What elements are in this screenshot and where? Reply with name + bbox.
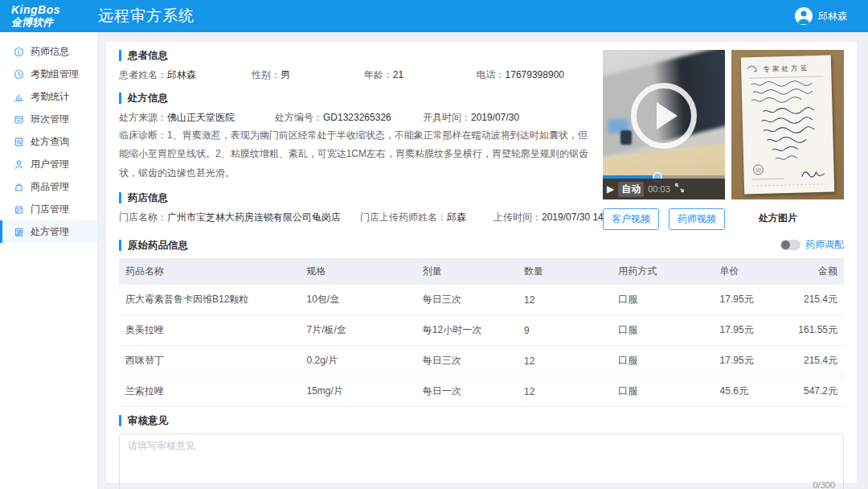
sidebar-item-label: 用户管理: [31, 158, 69, 171]
table-row: 兰索拉唑 15mg/片 每日一次 12 口服 45.6元 547.2元: [119, 376, 844, 407]
cell-qty: 9: [518, 315, 612, 346]
customer-video-button[interactable]: 客户视频: [603, 208, 659, 230]
gender-value: 男: [280, 69, 290, 80]
col-qty: 数量: [518, 258, 612, 285]
cell-qty: 12: [518, 346, 612, 376]
doc-search-icon: [14, 137, 24, 147]
patient-fields: 患者姓名：邱林森 性别：男 年龄：21 电话：17679398900: [119, 68, 592, 82]
customer-video-player[interactable]: ▶ 自动 00:03: [603, 50, 725, 199]
prescription-photo[interactable]: 专家处方笺: [731, 50, 844, 199]
cell-amount: 161.55元: [779, 315, 844, 346]
play-control-icon[interactable]: ▶: [607, 183, 614, 195]
patient-name-label: 患者姓名：: [119, 69, 167, 80]
col-usage: 用药方式: [612, 258, 713, 285]
age-value: 21: [393, 69, 403, 80]
info-icon: [14, 47, 24, 57]
diagnosis-text: 1、胃窦激惹，表现为幽门前区经常处于半收缩状态，不能象正常那样在蠕动波将到达时如…: [119, 129, 588, 179]
cell-amount: 547.2元: [779, 376, 844, 407]
prescription-image-caption: 处方图片: [722, 212, 834, 225]
calendar-icon: [14, 114, 24, 125]
cell-qty: 12: [518, 285, 612, 315]
review-comment-box: 0/300: [119, 434, 844, 489]
sidebar-item-label: 考勤统计: [31, 90, 69, 104]
cell-drug-name: 庆大霉素普鲁卡因维B12颗粒: [119, 285, 301, 315]
cell-drug-name: 奥美拉唑: [119, 315, 301, 346]
sidebar-item-attendance-group[interactable]: 考勤组管理: [0, 63, 97, 85]
brand-logo-line1: KingBos: [11, 4, 87, 16]
drugs-table: 药品名称 规格 剂量 数量 用药方式 单价 金额 庆大霉素普鲁卡因维B12颗粒 …: [119, 258, 844, 407]
rx-date-value: 2019/07/30: [471, 112, 519, 123]
sidebar-item-pharmacist-info[interactable]: 药师信息: [0, 40, 97, 63]
cell-dose: 每日一次: [416, 376, 518, 407]
upload-time-label: 上传时间：: [493, 212, 542, 223]
video-controls: ▶ 自动 00:03: [603, 179, 725, 199]
upload-pharmacist-label: 门店上传药师姓名：: [360, 212, 447, 223]
cell-unit-price: 17.95元: [714, 315, 779, 346]
clock-icon: [14, 69, 24, 80]
clinical-diagnosis: 临床诊断：1、胃窦激惹，表现为幽门前区经常处于半收缩状态，不能象正常那样在蠕动波…: [119, 126, 592, 183]
cell-unit-price: 17.95元: [714, 346, 779, 376]
pharmacist-video-button[interactable]: 药师视频: [669, 208, 725, 230]
gender-label: 性别：: [252, 69, 280, 80]
cell-spec: 7片/板/盒: [301, 315, 416, 346]
sidebar-item-label: 药师信息: [31, 45, 69, 59]
rx-source-value: 佛山正天堂医院: [167, 112, 235, 123]
sidebar-item-user-mgmt[interactable]: 用户管理: [0, 153, 97, 175]
rx-source-label: 处方来源：: [119, 112, 167, 123]
paper-title-text: 专家处方笺: [763, 64, 809, 73]
store-icon: [14, 204, 24, 215]
rx-number-label: 处方编号：: [275, 112, 323, 123]
fullscreen-icon[interactable]: [674, 183, 685, 195]
cell-usage: 口服: [612, 376, 713, 407]
review-section-title: 审核意见: [119, 415, 844, 426]
cell-drug-name: 西咪替丁: [119, 346, 301, 376]
video-time: 00:03: [648, 184, 670, 194]
user-name: 邱林森: [818, 10, 847, 23]
auto-quality-badge[interactable]: 自动: [618, 182, 644, 197]
sidebar-item-product-mgmt[interactable]: 商品管理: [0, 175, 97, 198]
col-unit-price: 单价: [714, 258, 779, 285]
cell-unit-price: 45.6元: [714, 376, 779, 407]
sidebar-item-store-mgmt[interactable]: 门店管理: [0, 198, 97, 220]
cell-dose: 每12小时一次: [416, 315, 518, 346]
rx-number-value: GD1323265326: [323, 112, 391, 123]
sidebar-item-prescription-query[interactable]: 处方查询: [0, 130, 97, 153]
cell-usage: 口服: [612, 346, 713, 376]
bag-icon: [14, 182, 24, 192]
prescription-fields: 处方来源：佛山正天堂医院 处方编号：GD1323265326 开具时间：2019…: [119, 111, 592, 125]
cell-qty: 12: [518, 376, 612, 407]
review-comment-input[interactable]: [128, 439, 835, 479]
toggle-label: 药师调配: [805, 238, 844, 252]
sidebar-item-label: 考勤组管理: [31, 68, 79, 81]
sidebar-item-shift-mgmt[interactable]: 班次管理: [0, 108, 97, 130]
user-avatar-icon: [795, 7, 813, 25]
user-menu[interactable]: 邱林森: [795, 7, 847, 25]
cell-amount: 215.4元: [779, 285, 844, 315]
cell-amount: 215.4元: [779, 346, 844, 376]
store-name-label: 门店名称：: [119, 212, 167, 223]
brand-logo-line2: 金博软件: [11, 17, 87, 28]
cell-spec: 15mg/片: [301, 376, 416, 407]
media-column: ▶ 自动 00:03 专家处方笺: [603, 50, 844, 235]
toggle-switch-icon[interactable]: [780, 240, 800, 250]
app-header: KingBos 金博软件 远程审方系统 邱林森: [0, 0, 868, 32]
sidebar-item-prescription-mgmt[interactable]: 处方管理: [0, 220, 97, 243]
drugs-section-title: 原始药品信息: [119, 240, 188, 251]
sidebar-item-attendance-stats[interactable]: 考勤统计: [0, 85, 97, 108]
svg-text:10: 10: [755, 167, 761, 172]
cell-unit-price: 17.95元: [714, 285, 779, 315]
phone-label: 电话：: [477, 69, 506, 80]
upload-pharmacist-value: 邱森: [447, 212, 466, 223]
cell-dose: 每日三次: [416, 346, 518, 376]
play-icon[interactable]: [631, 83, 697, 149]
bar-chart-icon: [14, 92, 24, 102]
app-title: 远程审方系统: [98, 6, 194, 27]
age-label: 年龄：: [364, 69, 393, 80]
prescription-icon: [14, 227, 24, 237]
cell-drug-name: 兰索拉唑: [119, 376, 301, 407]
store-section-title: 药店信息: [119, 192, 592, 203]
brand-logo: KingBos 金博软件: [0, 4, 87, 28]
sidebar-item-label: 处方查询: [31, 135, 69, 149]
table-row: 西咪替丁 0.2g/片 每日三次 12 口服 17.95元 215.4元: [119, 346, 844, 376]
pharmacist-dispense-toggle[interactable]: 药师调配: [780, 238, 844, 252]
